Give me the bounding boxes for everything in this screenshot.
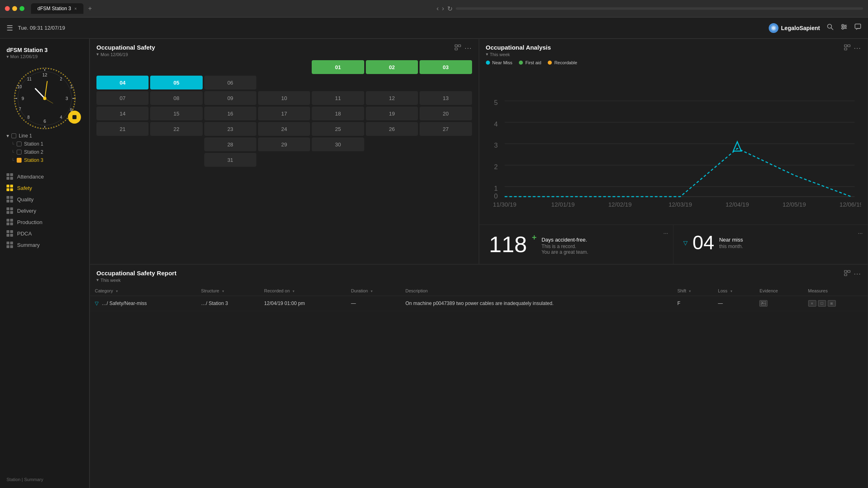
report-expand-icon[interactable]: [844, 270, 851, 278]
forward-button[interactable]: ›: [442, 5, 444, 13]
svg-rect-38: [455, 48, 457, 50]
sidebar-item-quality[interactable]: Quality: [0, 194, 89, 205]
sidebar-item-production[interactable]: Production: [0, 216, 89, 228]
calendar-day-27[interactable]: 27: [420, 122, 472, 136]
measure-icon-1[interactable]: ≡: [808, 300, 816, 307]
calendar-day-12[interactable]: 12: [366, 91, 418, 105]
cell-measures: ≡ ☐ ⊞: [803, 296, 868, 311]
tree-station1[interactable]: └ Station 1: [3, 140, 86, 148]
report-panel-header: Occupational Safety Report ▾ This week ·…: [90, 265, 868, 286]
svg-text:11/30/19: 11/30/19: [493, 201, 516, 208]
analysis-expand-icon[interactable]: [844, 44, 851, 52]
calendar-day-19[interactable]: 19: [366, 107, 418, 120]
measure-icon-2[interactable]: ☐: [818, 300, 826, 307]
calendar-day-09[interactable]: 09: [204, 91, 256, 105]
station2-checkbox[interactable]: [17, 150, 22, 155]
svg-point-9: [842, 28, 844, 29]
calendar-empty-cell: [366, 76, 418, 89]
address-bar[interactable]: [456, 7, 863, 10]
chevron-down-icon: ▾: [7, 133, 9, 139]
calendar-day-16[interactable]: 16: [204, 107, 256, 120]
traffic-light-yellow[interactable]: [12, 6, 17, 11]
calendar-day-30[interactable]: 30: [312, 137, 364, 151]
calendar-day-21[interactable]: 21: [96, 122, 149, 136]
browser-chrome: dFSM Station 3 × + ‹ › ↻: [0, 0, 868, 17]
calendar-day-06[interactable]: 06: [204, 76, 256, 89]
sliders-icon[interactable]: [840, 23, 848, 33]
col-structure[interactable]: Structure ▾: [196, 286, 259, 296]
calendar-day-07[interactable]: 07: [96, 91, 149, 105]
calendar-day-01[interactable]: 01: [312, 60, 364, 74]
chat-icon[interactable]: [854, 23, 861, 33]
near-miss-more-icon[interactable]: ···: [858, 230, 863, 236]
station1-checkbox[interactable]: [17, 142, 22, 146]
back-button[interactable]: ‹: [437, 5, 439, 13]
station-date: ▾ Mon 12/06/19: [7, 54, 83, 59]
expand-icon[interactable]: [455, 44, 461, 52]
sidebar-item-summary[interactable]: Summary: [0, 239, 89, 251]
calendar-day-14[interactable]: 14: [96, 107, 149, 120]
calendar-day-05[interactable]: 05: [150, 76, 202, 89]
analysis-more-icon[interactable]: ···: [854, 44, 861, 52]
sidebar-item-delivery[interactable]: Delivery: [0, 205, 89, 216]
tree-station3[interactable]: └ Station 3: [3, 156, 86, 164]
calendar-day-20[interactable]: 20: [420, 107, 472, 120]
calendar-day-22[interactable]: 22: [150, 122, 202, 136]
calendar-day-13[interactable]: 13: [420, 91, 472, 105]
col-measures[interactable]: Measures: [803, 286, 868, 296]
menu-hamburger-icon[interactable]: ☰: [7, 24, 13, 33]
calendar-day-15[interactable]: 15: [150, 107, 202, 120]
sidebar-item-pdca[interactable]: PDCA: [0, 228, 89, 239]
col-description[interactable]: Description: [400, 286, 672, 296]
station-summary-label: Station | Summary: [0, 474, 89, 485]
traffic-light-green[interactable]: [20, 6, 24, 11]
col-loss[interactable]: Loss ▾: [713, 286, 754, 296]
line-chart: 5 4 3 2 1 0: [486, 68, 861, 224]
line1-checkbox[interactable]: [11, 133, 16, 138]
calendar-day-28[interactable]: 28: [204, 137, 256, 151]
tree-station2[interactable]: └ Station 2: [3, 148, 86, 156]
calendar-day-10[interactable]: 10: [258, 91, 310, 105]
col-shift[interactable]: Shift ▾: [672, 286, 713, 296]
station3-checkbox[interactable]: [17, 158, 22, 163]
sidebar-item-safety[interactable]: Safety: [0, 182, 89, 194]
more-options-icon[interactable]: ···: [464, 44, 472, 52]
col-recorded-on[interactable]: Recorded on ▾: [259, 286, 346, 296]
report-table[interactable]: Category ▾ Structure ▾ Recorded on ▾ Dur…: [90, 286, 868, 488]
col-category[interactable]: Category ▾: [90, 286, 196, 296]
stop-button[interactable]: [68, 111, 81, 124]
calendar-day-03[interactable]: 03: [420, 60, 472, 74]
evidence-image-icon[interactable]: [759, 300, 767, 307]
measure-icon-3[interactable]: ⊞: [828, 300, 836, 307]
calendar-day-29[interactable]: 29: [258, 137, 310, 151]
calendar-day-02[interactable]: 02: [366, 60, 418, 74]
refresh-button[interactable]: ↻: [447, 5, 453, 13]
tab-close-icon[interactable]: ×: [74, 7, 77, 11]
col-evidence[interactable]: Evidence: [754, 286, 803, 296]
traffic-light-red[interactable]: [5, 6, 10, 11]
search-icon[interactable]: [826, 23, 834, 33]
report-more-icon[interactable]: ···: [854, 270, 861, 278]
calendar-day-17[interactable]: 17: [258, 107, 310, 120]
svg-text:7: 7: [19, 107, 21, 111]
calendar-day-18[interactable]: 18: [312, 107, 364, 120]
calendar-day-04[interactable]: 04: [96, 76, 149, 89]
svg-point-7: [842, 24, 844, 26]
svg-text:5: 5: [494, 99, 498, 106]
calendar-day-31[interactable]: 31: [204, 153, 256, 167]
sidebar-item-attendance[interactable]: Attendance: [0, 171, 89, 182]
calendar-day-08[interactable]: 08: [150, 91, 202, 105]
calendar-day-26[interactable]: 26: [366, 122, 418, 136]
new-tab-button[interactable]: +: [85, 3, 95, 14]
summary-icon: [7, 242, 13, 248]
browser-tab-active[interactable]: dFSM Station 3 ×: [31, 3, 83, 14]
accident-free-label: Days accident-free.: [542, 236, 588, 244]
calendar-day-11[interactable]: 11: [312, 91, 364, 105]
col-duration[interactable]: Duration ▾: [346, 286, 401, 296]
calendar-day-25[interactable]: 25: [312, 122, 364, 136]
calendar-day-23[interactable]: 23: [204, 122, 256, 136]
accident-free-more-icon[interactable]: ···: [663, 230, 668, 236]
tree-line1[interactable]: ▾ Line 1: [3, 132, 86, 140]
calendar-day-24[interactable]: 24: [258, 122, 310, 136]
calendar-empty-cell: [258, 76, 310, 89]
